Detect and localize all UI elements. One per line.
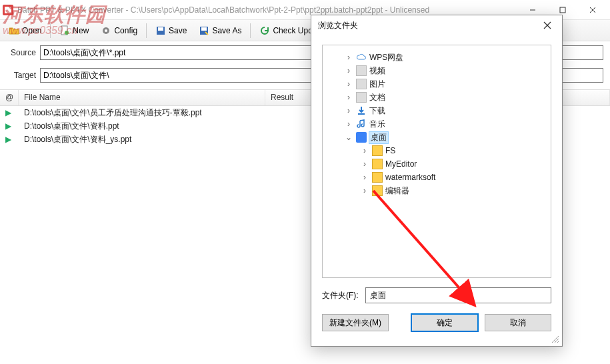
tree-item-watermarksoft[interactable]: ›watermarksoft xyxy=(325,171,548,184)
file-cell: D:\tools\桌面\文件\员工矛盾处理沟通技巧-覃毅.ppt xyxy=(19,107,265,119)
folder-name-label: 文件夹(F): xyxy=(322,290,359,301)
folder-icon xyxy=(372,159,383,169)
tree-item-fs[interactable]: ›FS xyxy=(325,144,548,157)
play-icon: ▶ xyxy=(0,121,19,131)
col-at[interactable]: @ xyxy=(0,90,19,105)
toolbar-separator xyxy=(250,23,251,38)
svg-line-20 xyxy=(557,341,559,343)
dialog-close-button[interactable] xyxy=(539,17,555,33)
music-icon xyxy=(356,119,367,129)
expand-icon: › xyxy=(344,106,353,115)
tree-item-downloads[interactable]: ›下载 xyxy=(325,104,548,117)
folder-tree[interactable]: ›WPS网盘 ›视频 ›图片 ›文档 ›下载 ›音乐 ⌄桌面 ›FS ›MyEd… xyxy=(322,45,551,278)
save-button[interactable]: Save xyxy=(151,23,191,38)
expand-icon: › xyxy=(360,173,369,182)
expand-icon: › xyxy=(360,186,369,195)
new-folder-button[interactable]: 新建文件夹(M) xyxy=(322,314,389,331)
new-label: New xyxy=(73,26,89,35)
folder-icon xyxy=(372,145,383,156)
svg-point-9 xyxy=(105,29,107,32)
col-filename[interactable]: File Name xyxy=(19,90,265,105)
open-label: Open xyxy=(22,26,41,35)
tree-item-desktop[interactable]: ⌄桌面 xyxy=(325,131,548,144)
config-icon xyxy=(101,25,111,36)
tree-item-music[interactable]: ›音乐 xyxy=(325,117,548,131)
folder-name-input[interactable] xyxy=(365,287,551,303)
source-label: Source xyxy=(7,48,36,57)
resize-grip[interactable] xyxy=(550,334,561,345)
folder-icon xyxy=(372,185,383,196)
cloud-icon xyxy=(356,52,367,63)
folder-icon xyxy=(372,172,383,183)
cancel-button[interactable]: 取消 xyxy=(485,314,551,331)
ok-button[interactable]: 确定 xyxy=(411,314,478,331)
file-cell: D:\tools\桌面\文件\资料.ppt xyxy=(19,121,265,132)
tree-item-video[interactable]: ›视频 xyxy=(325,64,548,77)
tree-item-wps[interactable]: ›WPS网盘 xyxy=(325,51,548,64)
expand-icon: › xyxy=(344,79,353,89)
refresh-icon xyxy=(259,25,270,36)
dialog-titlebar: 浏览文件夹 xyxy=(311,15,562,35)
collapse-icon: ⌄ xyxy=(344,133,353,142)
open-button[interactable]: Open xyxy=(4,23,46,38)
toolbar-separator xyxy=(50,23,51,38)
expand-icon: › xyxy=(344,53,353,62)
play-icon: ▶ xyxy=(0,108,19,117)
dialog-title: 浏览文件夹 xyxy=(318,20,539,31)
expand-icon: › xyxy=(344,93,353,102)
tree-item-more[interactable]: ›编辑器 xyxy=(325,184,548,197)
saveas-button[interactable]: Save As xyxy=(194,23,246,38)
svg-rect-3 xyxy=(560,7,565,13)
expand-icon: › xyxy=(360,159,369,169)
expand-icon: › xyxy=(344,119,353,129)
folder-name-row: 文件夹(F): xyxy=(322,287,551,303)
desktop-icon xyxy=(356,132,367,143)
svg-point-7 xyxy=(65,31,69,35)
config-button[interactable]: Config xyxy=(96,23,142,38)
svg-rect-11 xyxy=(158,27,163,31)
tree-selected: 桌面 xyxy=(369,132,388,143)
dialog-buttons: 新建文件夹(M) 确定 取消 xyxy=(311,303,562,342)
open-icon xyxy=(9,25,19,36)
save-icon xyxy=(155,25,166,36)
toolbar-separator xyxy=(146,23,147,38)
tree-item-documents[interactable]: ›文档 xyxy=(325,91,548,104)
new-button[interactable]: New xyxy=(55,23,93,38)
tree-item-myeditor[interactable]: ›MyEditor xyxy=(325,157,548,171)
save-label: Save xyxy=(169,26,187,35)
saveas-icon xyxy=(199,25,209,36)
video-icon xyxy=(356,65,367,76)
expand-icon: › xyxy=(360,146,369,155)
pictures-icon xyxy=(356,79,367,89)
new-icon xyxy=(59,25,70,36)
svg-rect-13 xyxy=(201,27,207,31)
saveas-label: Save As xyxy=(212,26,241,35)
documents-icon xyxy=(356,92,367,103)
app-icon xyxy=(3,5,13,15)
target-label: Target xyxy=(7,71,36,80)
file-cell: D:\tools\桌面\文件\资料_ys.ppt xyxy=(19,134,265,145)
window-title: Batch PPT & PPTX Converter - C:\Users\pc… xyxy=(17,5,517,15)
svg-rect-1 xyxy=(5,7,11,13)
play-icon: ▶ xyxy=(0,135,19,144)
download-icon xyxy=(356,105,367,116)
expand-icon: › xyxy=(344,66,353,75)
close-button[interactable] xyxy=(577,1,607,19)
tree-item-pictures[interactable]: ›图片 xyxy=(325,77,548,91)
browse-folder-dialog: 浏览文件夹 ›WPS网盘 ›视频 ›图片 ›文档 ›下载 ›音乐 ⌄桌面 ›FS… xyxy=(311,15,563,347)
config-label: Config xyxy=(114,26,137,35)
